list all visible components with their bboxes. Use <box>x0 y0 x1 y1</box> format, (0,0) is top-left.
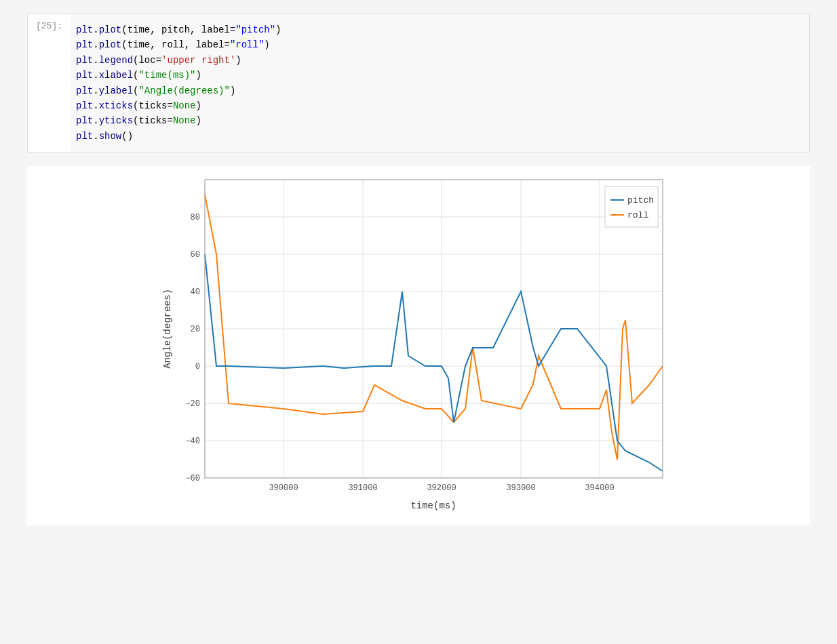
y-tick-20: 20 <box>191 325 200 334</box>
cell-output: 80 60 40 20 0 −20 −40 −60 390000 391000 … <box>27 166 810 525</box>
code-line: plt.xlabel("time(ms)") <box>76 68 804 83</box>
plot-svg: 80 60 40 20 0 −20 −40 −60 390000 391000 … <box>161 166 676 525</box>
code-line: plt.plot(time, roll, label="roll") <box>76 37 804 52</box>
x-tick-391000: 391000 <box>348 483 377 493</box>
y-tick-40: 40 <box>191 287 200 297</box>
y-tick-60: 60 <box>191 250 200 260</box>
code-line: plt.xticks(ticks=None) <box>76 98 804 113</box>
x-tick-390000: 390000 <box>269 483 298 493</box>
chart-container: 80 60 40 20 0 −20 −40 −60 390000 391000 … <box>161 166 676 525</box>
y-tick-80: 80 <box>191 213 200 222</box>
x-tick-392000: 392000 <box>427 483 456 493</box>
legend-box <box>605 186 658 227</box>
y-tick-m20: −20 <box>185 399 200 409</box>
code-line: plt.legend(loc='upper right') <box>76 53 804 68</box>
code-line: plt.ylabel("Angle(degrees)") <box>76 83 804 98</box>
cell-code-block: plt.plot(time, pitch, label="pitch")plt.… <box>71 14 809 152</box>
code-line: plt.show() <box>76 129 804 144</box>
y-tick-0: 0 <box>195 362 200 371</box>
legend-pitch-label: pitch <box>627 195 654 205</box>
code-line: plt.plot(time, pitch, label="pitch") <box>76 22 804 37</box>
x-tick-394000: 394000 <box>585 483 614 493</box>
code-cell: [25]: plt.plot(time, pitch, label="pitch… <box>27 14 810 153</box>
code-line: plt.yticks(ticks=None) <box>76 113 804 128</box>
legend-roll-label: roll <box>627 210 648 220</box>
x-axis-label: time(ms) <box>410 500 456 511</box>
x-tick-393000: 393000 <box>506 483 535 493</box>
cell-label: [25]: <box>28 14 71 152</box>
y-tick-m40: −40 <box>185 437 200 446</box>
y-axis-label: Angle(degrees) <box>162 289 173 369</box>
y-tick-m60: −60 <box>185 474 200 483</box>
